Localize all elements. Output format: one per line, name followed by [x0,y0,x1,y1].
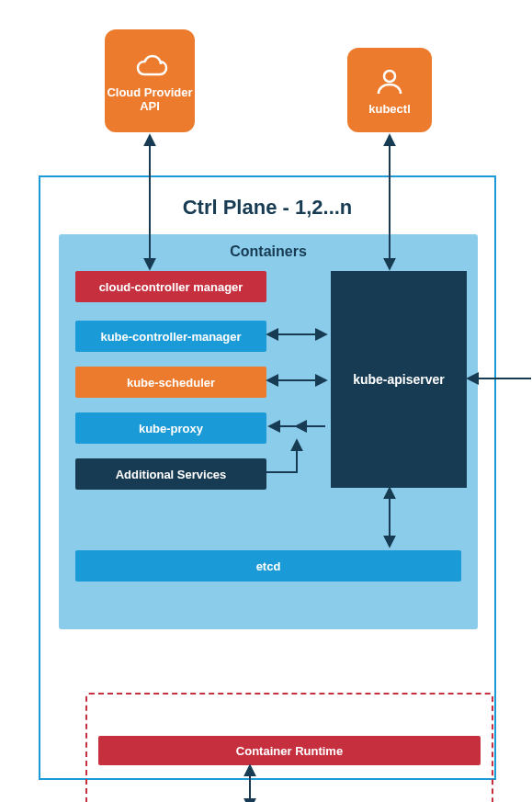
cloud-provider-label: Cloud Provider API [105,85,195,113]
etcd: etcd [75,550,461,582]
ctrl-plane-title: Ctrl Plane - 1,2...n [40,196,494,220]
kubectl-box: kubectl [347,48,432,132]
cloud-controller-manager: cloud-controller manager [75,271,266,302]
container-runtime: Container Runtime [98,736,481,765]
cloud-provider-api-box: Cloud Provider API [105,29,195,132]
kube-controller-manager: kube-controller-manager [75,321,266,352]
cloud-icon [130,49,170,82]
additional-services: Additional Services [75,458,266,490]
kubectl-label: kubectl [368,102,411,116]
svg-point-0 [384,71,395,82]
containers-title: Containers [59,243,478,260]
kube-scheduler: kube-scheduler [75,367,266,398]
ctrl-plane-box: Ctrl Plane - 1,2...n Containers cloud-co… [39,175,496,780]
kube-apiserver: kube-apiserver [331,271,467,488]
kube-proxy: kube-proxy [75,412,266,444]
containers-box: Containers cloud-controller manager kube… [59,234,478,629]
person-icon [374,65,405,98]
